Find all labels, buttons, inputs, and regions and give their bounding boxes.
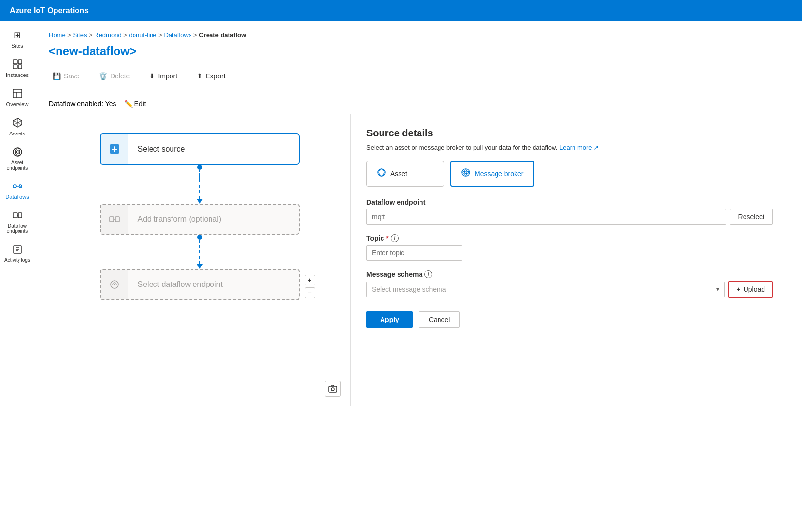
sidebar-label-assets: Assets (9, 131, 25, 136)
dataflow-enabled-label: Dataflow enabled: Yes (49, 100, 116, 108)
screenshot-button[interactable] (325, 381, 341, 397)
svg-rect-1 (18, 60, 22, 64)
connector-dot-1 (197, 165, 202, 170)
svg-point-29 (463, 171, 465, 173)
app-title: Azure IoT Operations (10, 6, 89, 15)
sidebar-item-dataflows[interactable]: Dataflows (1, 176, 34, 204)
svg-point-32 (465, 173, 467, 175)
upload-button[interactable]: + Upload (728, 281, 773, 298)
topic-input[interactable] (366, 245, 462, 261)
save-icon: 💾 (53, 72, 61, 80)
learn-more-link[interactable]: Learn more ↗ (559, 144, 599, 151)
sidebar-item-sites[interactable]: ⊞ Sites (1, 25, 34, 53)
export-button[interactable]: ⬆ Export (193, 70, 229, 82)
breadcrumb-dataflows[interactable]: Dataflows (164, 31, 191, 38)
source-node-icon (101, 134, 128, 164)
dataflow-endpoint-label: Dataflow endpoint (366, 198, 773, 206)
dataflows-icon (12, 180, 23, 192)
breadcrumb-home[interactable]: Home (49, 31, 66, 38)
svg-rect-12 (13, 213, 17, 218)
message-schema-select[interactable]: Select message schema ▾ (366, 282, 725, 297)
breadcrumb-create-dataflow: Create dataflow (199, 31, 246, 38)
expand-button[interactable]: + (305, 275, 315, 285)
dataflow-enabled-bar: Dataflow enabled: Yes ✏️ Edit (49, 94, 788, 114)
sidebar-item-activity-logs[interactable]: Activity logs (1, 240, 34, 266)
connector-line-1 (199, 170, 200, 179)
instances-icon (12, 58, 23, 70)
page-title: <new-dataflow> (49, 44, 788, 58)
dataflow-endpoint-group: Dataflow endpoint Reselect (366, 198, 773, 225)
sites-icon: ⊞ (12, 29, 23, 41)
breadcrumb-sites[interactable]: Sites (73, 31, 87, 38)
source-description: Select an asset or message broker to pul… (366, 144, 773, 151)
apply-button[interactable]: Apply (366, 311, 413, 328)
source-details-panel: Source details Select an asset or messag… (351, 114, 788, 406)
svg-rect-4 (13, 89, 22, 98)
cancel-button[interactable]: Cancel (419, 311, 460, 328)
message-schema-group: Message schema i Select message schema ▾… (366, 270, 773, 298)
svg-rect-25 (329, 386, 337, 392)
edit-icon: ✏️ (124, 100, 133, 108)
svg-rect-2 (13, 65, 17, 69)
sidebar-item-dataflow-endpoints[interactable]: Dataflow endpoints (1, 206, 34, 238)
delete-icon: 🗑️ (99, 72, 107, 80)
sidebar-item-instances[interactable]: Instances (1, 55, 34, 82)
source-type-buttons: Asset Message broker (366, 161, 773, 187)
connector-2 (197, 235, 203, 269)
sidebar-label-sites: Sites (11, 43, 23, 49)
import-button[interactable]: ⬇ Import (145, 70, 181, 82)
source-node-label: Select source (128, 145, 195, 153)
activity-logs-icon (12, 244, 23, 255)
connector-1 (197, 165, 203, 204)
edit-link[interactable]: ✏️ Edit (124, 100, 146, 108)
message-schema-info-icon[interactable]: i (424, 270, 432, 278)
collapse-button[interactable]: − (305, 287, 315, 298)
overview-icon (12, 88, 23, 99)
flow-canvas: Select source Add transform (49, 114, 351, 406)
asset-button[interactable]: Asset (366, 161, 444, 187)
dataflow-endpoint-input[interactable] (366, 209, 726, 225)
sidebar-item-overview[interactable]: Overview (1, 84, 34, 111)
source-details-title: Source details (366, 128, 773, 139)
topic-group: Topic * i (366, 234, 773, 261)
delete-button[interactable]: 🗑️ Delete (95, 70, 134, 82)
source-node[interactable]: Select source (100, 133, 300, 165)
toolbar: 💾 Save 🗑️ Delete ⬇ Import ⬆ Export (49, 66, 788, 86)
breadcrumb-redmond[interactable]: Redmond (94, 31, 121, 38)
svg-rect-0 (13, 60, 17, 64)
connector-dot-2 (197, 235, 202, 240)
sidebar-item-assets[interactable]: Assets (1, 113, 34, 140)
sidebar-label-instances: Instances (6, 72, 29, 78)
connector-dashed-2 (199, 240, 200, 264)
message-broker-button[interactable]: Message broker (450, 161, 534, 187)
svg-rect-3 (18, 65, 22, 69)
breadcrumb: Home > Sites > Redmond > donut-line > Da… (49, 31, 788, 38)
svg-point-8 (13, 148, 22, 156)
top-bar: Azure IoT Operations (0, 0, 802, 21)
export-icon: ⬆ (197, 72, 203, 80)
destination-node[interactable]: Select dataflow endpoint + − (100, 269, 300, 300)
content-area: Home > Sites > Redmond > donut-line > Da… (35, 21, 802, 532)
two-col-layout: Select source Add transform (49, 114, 788, 406)
destination-node-label: Select dataflow endpoint (128, 280, 232, 289)
svg-point-7 (16, 151, 19, 153)
svg-point-31 (465, 170, 467, 171)
destination-node-icon (101, 270, 128, 299)
topic-info-icon[interactable]: i (391, 234, 399, 242)
svg-point-9 (13, 185, 16, 188)
upload-icon: + (736, 285, 740, 293)
chevron-down-icon: ▾ (716, 286, 719, 293)
import-icon: ⬇ (149, 72, 155, 80)
svg-point-24 (114, 284, 115, 285)
connector-arrow-1 (197, 199, 203, 204)
reselect-button[interactable]: Reselect (730, 209, 773, 225)
breadcrumb-donut-line[interactable]: donut-line (129, 31, 156, 38)
transform-node[interactable]: Add transform (optional) (100, 204, 300, 235)
svg-rect-20 (110, 217, 114, 222)
topic-required: * (386, 234, 388, 242)
asset-endpoints-icon (12, 146, 23, 158)
save-button[interactable]: 💾 Save (49, 70, 83, 82)
sidebar-label-overview: Overview (6, 101, 29, 107)
sidebar-item-asset-endpoints[interactable]: Asset endpoints (1, 142, 34, 174)
svg-rect-21 (115, 217, 119, 222)
